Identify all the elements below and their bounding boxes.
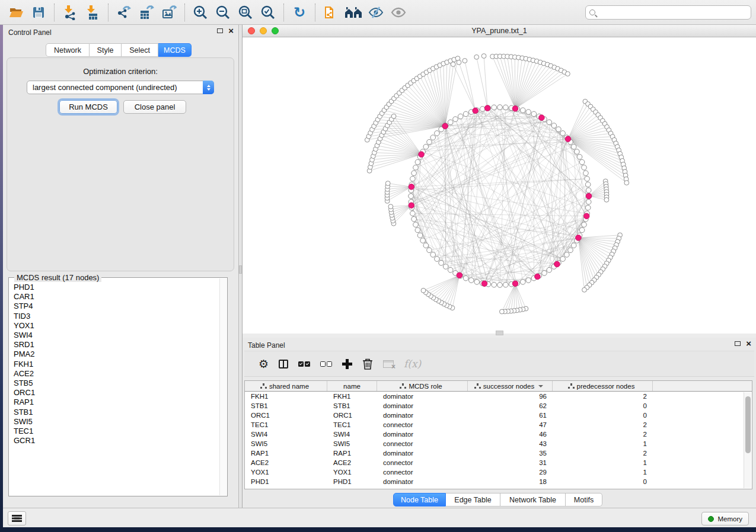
settings-gear-icon[interactable]: ⚙ — [259, 358, 269, 370]
table-row[interactable]: FKH1FKH1dominator962 — [245, 392, 752, 401]
tab-edge-table[interactable]: Edge Table — [446, 493, 500, 507]
network-hub-node[interactable] — [442, 123, 448, 129]
network-node[interactable] — [521, 280, 526, 285]
network-hub-node[interactable] — [512, 281, 518, 287]
network-node[interactable] — [566, 72, 570, 76]
table-cell[interactable]: ORC1 — [327, 412, 377, 419]
select-all-icon[interactable] — [298, 361, 310, 367]
network-node[interactable] — [458, 114, 463, 119]
table-cell[interactable]: YOX1 — [327, 469, 377, 476]
zoom-in-button[interactable] — [189, 2, 212, 23]
houses-button[interactable] — [342, 2, 365, 23]
network-node[interactable] — [586, 188, 591, 193]
network-hub-node[interactable] — [512, 106, 518, 112]
list-item[interactable]: RAP1 — [10, 398, 219, 407]
column-header-name[interactable]: name — [327, 381, 377, 391]
list-item[interactable]: PHD1 — [10, 283, 219, 292]
float-panel-icon[interactable] — [735, 341, 741, 346]
table-row[interactable]: ORC1ORC1dominator610 — [245, 411, 752, 420]
export-table-button[interactable] — [135, 2, 158, 23]
list-item[interactable]: FKH1 — [10, 360, 219, 369]
network-node[interactable] — [575, 149, 580, 155]
table-row[interactable]: TEC1TEC1connector472 — [245, 420, 752, 430]
network-node[interactable] — [582, 165, 587, 171]
show-graphics-button[interactable] — [387, 2, 410, 23]
network-node[interactable] — [497, 105, 503, 110]
zoom-out-button[interactable] — [212, 2, 234, 23]
network-node[interactable] — [585, 176, 590, 181]
network-node[interactable] — [448, 120, 453, 125]
list-item[interactable]: TEC1 — [10, 427, 219, 436]
network-node[interactable] — [547, 120, 552, 125]
network-node[interactable] — [474, 280, 480, 285]
network-node[interactable] — [497, 283, 503, 288]
network-node[interactable] — [412, 171, 417, 176]
network-node[interactable] — [503, 282, 509, 287]
tab-select[interactable]: Select — [122, 43, 158, 57]
import-table-button[interactable] — [81, 2, 104, 23]
search-input[interactable] — [599, 8, 747, 17]
network-node[interactable] — [462, 59, 467, 63]
network-node[interactable] — [503, 105, 509, 110]
scrollbar-thumb[interactable] — [745, 396, 751, 453]
table-cell[interactable]: SWI4 — [327, 431, 377, 438]
list-item[interactable]: CAR1 — [10, 292, 219, 302]
table-cell[interactable]: 62 — [468, 402, 553, 409]
table-cell[interactable]: dominator — [377, 478, 468, 485]
network-node[interactable] — [413, 165, 419, 171]
network-node[interactable] — [577, 154, 582, 159]
list-item[interactable]: GCR1 — [10, 436, 219, 446]
network-node[interactable] — [564, 252, 570, 258]
table-cell[interactable]: 35 — [468, 450, 553, 457]
network-node[interactable] — [417, 233, 423, 238]
network-node[interactable] — [500, 309, 505, 314]
network-node[interactable] — [443, 264, 448, 270]
network-node[interactable] — [583, 171, 589, 176]
zoom-selected-button[interactable] — [257, 2, 279, 23]
memory-button[interactable]: Memory — [701, 512, 749, 525]
network-node[interactable] — [435, 131, 440, 136]
network-node[interactable] — [410, 176, 416, 181]
network-node[interactable] — [604, 197, 609, 202]
list-item[interactable]: ORC1 — [10, 388, 219, 398]
float-panel-icon[interactable] — [217, 28, 223, 33]
network-node[interactable] — [571, 144, 576, 149]
table-cell[interactable]: STB1 — [327, 402, 377, 409]
hide-graphics-button[interactable] — [365, 2, 387, 23]
network-node[interactable] — [492, 105, 497, 110]
network-hub-node[interactable] — [457, 273, 462, 278]
network-node[interactable] — [571, 243, 576, 248]
network-node[interactable] — [542, 271, 547, 276]
network-node[interactable] — [492, 282, 497, 287]
network-node[interactable] — [423, 243, 429, 248]
network-node[interactable] — [453, 117, 458, 122]
task-history-button[interactable] — [8, 511, 26, 525]
network-node[interactable] — [391, 114, 396, 118]
list-item[interactable]: STP4 — [10, 302, 219, 311]
network-node[interactable] — [624, 181, 629, 185]
network-node[interactable] — [388, 204, 393, 209]
table-cell[interactable]: FKH1 — [327, 393, 377, 400]
network-hub-node[interactable] — [554, 261, 560, 267]
table-cell[interactable]: connector — [377, 459, 468, 466]
network-node[interactable] — [451, 62, 455, 67]
tab-mcds[interactable]: MCDS — [158, 43, 192, 57]
network-node[interactable] — [579, 227, 585, 233]
list-item[interactable]: PMA2 — [10, 350, 219, 359]
network-node[interactable] — [531, 111, 537, 117]
table-cell[interactable]: connector — [377, 469, 468, 476]
run-mcds-button[interactable]: Run MCDS — [59, 100, 117, 114]
horizontal-splitter[interactable] — [243, 334, 756, 338]
network-node[interactable] — [385, 181, 390, 186]
network-node[interactable] — [586, 200, 591, 205]
table-cell[interactable]: 1 — [553, 440, 653, 447]
table-row[interactable]: STB1STB1dominator620 — [245, 401, 752, 411]
network-node[interactable] — [547, 267, 552, 273]
table-cell[interactable]: 2 — [553, 450, 653, 457]
close-panel-icon[interactable]: × — [228, 28, 234, 34]
table-cell[interactable]: PHD1 — [327, 478, 377, 485]
table-cell[interactable]: connector — [377, 421, 468, 428]
table-cell[interactable]: 0 — [553, 412, 653, 419]
network-hub-node[interactable] — [586, 193, 592, 199]
table-cell[interactable]: RAP1 — [245, 450, 327, 457]
